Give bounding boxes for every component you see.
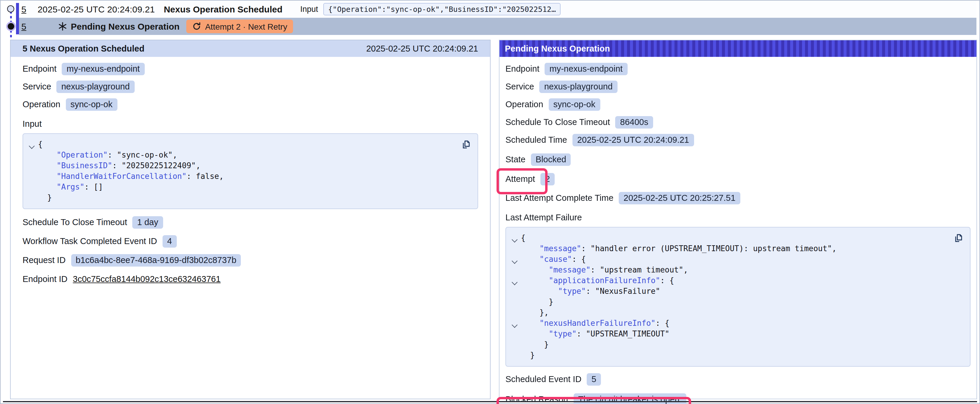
field-row-operation: Operation sync-op-ok bbox=[506, 98, 970, 111]
field-row-state: State Blocked bbox=[506, 153, 970, 166]
field-row-schedule-to-close-timeout: Schedule To Close Timeout 86400s bbox=[506, 116, 970, 128]
json-key: "Args" bbox=[57, 182, 84, 191]
left-panel-title: 5 Nexus Operation Scheduled bbox=[22, 44, 145, 53]
collapse-chevron-icon[interactable] bbox=[512, 279, 518, 285]
field-label: State bbox=[506, 155, 526, 164]
field-label: Schedule To Close Timeout bbox=[22, 217, 127, 227]
copy-icon[interactable] bbox=[461, 139, 472, 149]
field-label: Service bbox=[22, 82, 51, 91]
left-panel-header: 5 Nexus Operation Scheduled 2025-02-25 U… bbox=[11, 40, 490, 57]
field-row-endpoint: Endpoint my-nexus-endpoint bbox=[22, 62, 478, 75]
json-key: "HandlerWaitForCancellation" bbox=[57, 172, 186, 181]
field-value-chip: nexus-playground bbox=[57, 80, 135, 93]
json-text: : "upstream timeout", bbox=[590, 265, 688, 274]
field-row-service: Service nexus-playground bbox=[506, 80, 970, 93]
field-value-chip: b1c6a4bc-8ee7-468a-9169-df3b02c8737b bbox=[71, 254, 241, 266]
section-bottom-divider bbox=[3, 401, 977, 402]
endpoint-id-link[interactable]: 3c0c75ccfa8144b092c13ce632463761 bbox=[73, 274, 221, 284]
selected-event-indicator-bar bbox=[16, 3, 19, 34]
json-key: "message" bbox=[549, 265, 590, 274]
json-key: "applicationFailureInfo" bbox=[549, 276, 660, 285]
last-attempt-failure-label: Last Attempt Failure bbox=[506, 211, 970, 223]
field-label: Workflow Task Completed Event ID bbox=[22, 236, 157, 246]
field-value-chip: sync-op-ok bbox=[549, 98, 600, 111]
json-text: : [] bbox=[84, 182, 103, 191]
field-row-scheduled-event-id: Scheduled Event ID 5 bbox=[506, 372, 970, 386]
event-timestamp: 2025-02-25 UTC 20:24:09.21 bbox=[38, 4, 155, 14]
json-text: } bbox=[530, 351, 535, 360]
pending-event-id-link[interactable]: 5 bbox=[21, 21, 26, 32]
field-row-blocked-reason: Blocked Reason The circuit breaker is op… bbox=[506, 393, 970, 404]
json-text: : "UPSTREAM_TIMEOUT" bbox=[577, 330, 670, 338]
state-value-chip: Blocked bbox=[531, 153, 571, 166]
json-text: : "sync-op-ok", bbox=[108, 151, 177, 159]
field-label: Last Attempt Complete Time bbox=[506, 193, 613, 203]
collapse-chevron-icon[interactable] bbox=[512, 237, 518, 242]
timeline-open-circle-marker bbox=[7, 5, 14, 13]
field-label: Schedule To Close Timeout bbox=[506, 117, 610, 127]
event-history-view: 5 2025-02-25 UTC 20:24:09.21 Nexus Opera… bbox=[0, 0, 980, 404]
event-title: Nexus Operation Scheduled bbox=[164, 4, 282, 14]
json-text: : "NexusFailure" bbox=[586, 287, 660, 296]
right-panel-header: Pending Nexus Operation bbox=[500, 40, 977, 57]
field-row-service: Service nexus-playground bbox=[22, 80, 478, 93]
attempt-retry-badge-label: Attempt 2 · Next Retry bbox=[205, 22, 287, 31]
field-row-workflow-task-completed-event-id: Workflow Task Completed Event ID 4 bbox=[22, 234, 478, 248]
json-text: } bbox=[549, 297, 554, 306]
timeline-current-dot-marker bbox=[8, 23, 14, 30]
field-value-chip: my-nexus-endpoint bbox=[545, 62, 628, 75]
json-key: "type" bbox=[558, 287, 586, 296]
right-panel-title: Pending Nexus Operation bbox=[505, 44, 610, 53]
field-row-scheduled-time: Scheduled Time 2025-02-25 UTC 20:24:09.2… bbox=[506, 133, 970, 146]
asterisk-icon bbox=[59, 22, 67, 31]
json-key: "message" bbox=[539, 244, 581, 253]
field-value-chip: 2025-02-25 UTC 20:25:27.51 bbox=[619, 192, 740, 204]
field-row-request-id: Request ID b1c6a4bc-8ee7-468a-9169-df3b0… bbox=[22, 253, 478, 266]
field-label: Operation bbox=[506, 100, 543, 109]
json-key: "BusinessID" bbox=[57, 161, 112, 170]
input-section-label: Input bbox=[22, 118, 478, 130]
json-text: : { bbox=[572, 255, 586, 264]
field-row-schedule-to-close-timeout: Schedule To Close Timeout 1 day bbox=[22, 215, 478, 229]
event-id-link[interactable]: 5 bbox=[21, 4, 26, 14]
collapse-chevron-icon[interactable] bbox=[29, 143, 35, 149]
blocked-reason-value-chip: The circuit breaker is open. bbox=[573, 393, 687, 404]
field-label: Request ID bbox=[22, 255, 65, 265]
field-value-chip: sync-op-ok bbox=[65, 98, 117, 111]
event-row-nexus-operation-scheduled[interactable]: 5 2025-02-25 UTC 20:24:09.21 Nexus Opera… bbox=[19, 1, 977, 18]
field-label: Service bbox=[506, 82, 534, 91]
field-value-chip: nexus-playground bbox=[539, 80, 617, 93]
field-value-chip: 5 bbox=[587, 373, 601, 385]
field-row-operation: Operation sync-op-ok bbox=[22, 98, 478, 111]
field-row-attempt: Attempt 2 bbox=[506, 173, 970, 185]
field-label: Endpoint bbox=[506, 64, 539, 73]
field-row-last-attempt-complete-time: Last Attempt Complete Time 2025-02-25 UT… bbox=[506, 191, 970, 204]
attempt-retry-badge: Attempt 2 · Next Retry bbox=[186, 19, 293, 33]
field-value-chip: 4 bbox=[162, 235, 177, 247]
left-panel-timestamp: 2025-02-25 UTC 20:24:09.21 bbox=[366, 44, 478, 53]
pending-operation-detail-panel: Pending Nexus Operation Endpoint my-nexu… bbox=[499, 40, 977, 399]
copy-icon[interactable] bbox=[953, 232, 964, 243]
json-text: { bbox=[38, 140, 43, 149]
json-text: { bbox=[521, 233, 526, 242]
event-detail-panel-scheduled: 5 Nexus Operation Scheduled 2025-02-25 U… bbox=[10, 40, 491, 399]
json-key: "type" bbox=[549, 330, 577, 338]
collapse-chevron-icon[interactable] bbox=[512, 322, 518, 328]
json-key: "cause" bbox=[539, 255, 572, 264]
pending-operation-title: Pending Nexus Operation bbox=[71, 21, 180, 32]
field-label: Endpoint bbox=[22, 64, 57, 73]
event-input-label: Input bbox=[300, 5, 318, 14]
field-value-chip: 86400s bbox=[616, 116, 653, 128]
json-text: } bbox=[47, 193, 52, 202]
pending-operation-row[interactable]: 5 Pending Nexus Operation Attempt 2 · Ne… bbox=[19, 18, 977, 35]
event-input-preview-chip: {"Operation":"sync-op-ok","BusinessID":"… bbox=[323, 3, 561, 16]
field-value-chip: 1 day bbox=[133, 216, 163, 228]
json-text: : { bbox=[660, 276, 674, 285]
json-text: : { bbox=[655, 319, 670, 328]
json-key: "Operation" bbox=[57, 151, 108, 159]
json-key: "nexusHandlerFailureInfo" bbox=[539, 319, 655, 328]
collapse-chevron-icon[interactable] bbox=[512, 258, 518, 264]
field-value-chip: 2 bbox=[541, 173, 555, 185]
field-label: Endpoint ID bbox=[22, 274, 68, 284]
field-label: Operation bbox=[22, 100, 60, 109]
